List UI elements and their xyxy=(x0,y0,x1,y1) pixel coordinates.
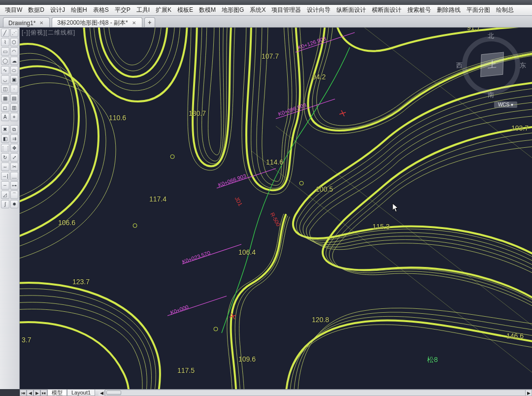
menu-drawgen[interactable]: 绘制总 xyxy=(493,5,517,15)
construction-line-tool[interactable]: ⋰ xyxy=(10,29,19,37)
next-tab-button[interactable]: ▶ xyxy=(33,390,40,396)
new-tab-button[interactable]: + xyxy=(144,17,155,27)
svg-point-9 xyxy=(214,327,218,331)
scroll-right-button[interactable]: ▶ xyxy=(525,390,532,396)
doc-tab-drawing1[interactable]: Drawing1* ✕ xyxy=(3,17,50,27)
ellipse-tool[interactable]: ⬭ xyxy=(10,66,19,74)
close-icon[interactable]: ✕ xyxy=(38,20,44,26)
menu-cross[interactable]: 横断面设计 xyxy=(369,5,404,15)
point-tool[interactable]: · xyxy=(10,85,19,93)
svg-point-10 xyxy=(133,224,137,228)
join-tool[interactable]: ⊶ xyxy=(10,181,19,190)
menu-projmgr[interactable]: 项目管理器 xyxy=(268,5,304,15)
menu-delroute[interactable]: 删除路线 xyxy=(434,5,464,15)
view-cube[interactable]: 上 北 南 东 西 xyxy=(459,33,523,98)
svg-line-3 xyxy=(182,244,241,264)
menu-project[interactable]: 项目W xyxy=(2,5,25,15)
menu-template[interactable]: 模板E xyxy=(174,5,196,15)
menu-intersection[interactable]: 平交P xyxy=(112,5,133,15)
document-tabs: Drawing1* ✕ 3标2000地形图-纯8 - 副本* ✕ + xyxy=(0,16,532,28)
rotate-tool[interactable]: ↻ xyxy=(1,153,9,162)
hatch-tool[interactable]: ▦ xyxy=(1,94,9,102)
layout-tab-bar: ⏮ ◀ ▶ ⏭ 模型 Layout1 ◀ ▶ xyxy=(20,389,532,396)
menu-search[interactable]: 搜索桩号 xyxy=(404,5,434,15)
chamfer-tool[interactable]: ◿ xyxy=(1,191,9,199)
doc-tab-label: 3标2000地形图-纯8 - 副本* xyxy=(57,19,128,27)
extend-tool[interactable]: →| xyxy=(1,172,9,180)
circle-tool[interactable]: ◯ xyxy=(1,57,9,65)
first-tab-button[interactable]: ⏮ xyxy=(20,390,27,396)
scroll-thumb[interactable] xyxy=(106,391,121,395)
close-icon[interactable]: ✕ xyxy=(131,20,137,26)
break-tool[interactable]: ╌ xyxy=(1,181,9,190)
menu-draw[interactable]: 绘图H xyxy=(68,5,90,15)
explode-tool[interactable]: ✸ xyxy=(10,200,19,208)
drawing-canvas[interactable]: [-][俯视][二维线框] .cmaj{fill:none;stroke:#d2… xyxy=(20,28,532,389)
erase-tool[interactable]: ✖ xyxy=(1,125,9,133)
rectangle-tool[interactable]: ▭ xyxy=(1,47,9,56)
fillet-tool[interactable]: ⌒ xyxy=(10,191,19,199)
viewcube-top-face[interactable]: 上 xyxy=(480,52,504,77)
compass-west: 西 xyxy=(456,61,463,70)
title-bar xyxy=(0,0,532,5)
arc-tool[interactable]: ◠ xyxy=(10,47,19,56)
gradient-tool[interactable]: ▤ xyxy=(10,94,19,102)
menu-plan[interactable]: 平面分图 xyxy=(464,5,493,15)
menu-tools[interactable]: 工具I xyxy=(133,5,153,15)
ellipse-arc-tool[interactable]: ◡ xyxy=(1,75,9,84)
array-tool[interactable]: ⋮⋮ xyxy=(1,144,9,152)
contour-lines: .cmaj{fill:none;stroke:#d2e84a;stroke-wi… xyxy=(20,28,532,389)
menu-bar: 项目W 数据D 设计J 绘图H 表格S 平交P 工具I 扩展K 模板E 数模M … xyxy=(0,5,532,16)
menu-profile[interactable]: 纵断面设计 xyxy=(333,5,369,15)
doc-tab-label: Drawing1* xyxy=(8,20,35,27)
menu-tables[interactable]: 表格S xyxy=(90,5,112,15)
region-tool[interactable]: ◻ xyxy=(1,103,9,112)
menu-data[interactable]: 数据D xyxy=(25,5,47,15)
break-at-point-tool[interactable]: ⸏ xyxy=(10,172,19,180)
scroll-left-button[interactable]: ◀ xyxy=(99,390,105,396)
svg-point-11 xyxy=(170,155,174,159)
menu-design[interactable]: 设计J xyxy=(47,5,68,15)
blend-tool[interactable]: ∫ xyxy=(1,200,9,208)
menu-extend[interactable]: 扩展K xyxy=(153,5,174,15)
last-tab-button[interactable]: ⏭ xyxy=(40,390,47,396)
menu-wizard[interactable]: 设计向导 xyxy=(304,5,333,15)
make-block-tool[interactable]: ◫ xyxy=(1,85,9,93)
move-tool[interactable]: ✥ xyxy=(10,144,18,152)
copy-tool[interactable]: ⧉ xyxy=(10,125,19,133)
horizontal-scrollbar[interactable]: ◀ ▶ xyxy=(105,390,532,396)
layout1-tab[interactable]: Layout1 xyxy=(67,390,95,396)
offset-tool[interactable]: ⇉ xyxy=(10,134,19,143)
model-tab[interactable]: 模型 xyxy=(47,390,67,396)
svg-point-12 xyxy=(299,181,303,185)
insert-block-tool[interactable]: ▣ xyxy=(10,75,19,84)
revision-cloud-tool[interactable]: ☁ xyxy=(10,57,19,65)
trim-tool[interactable]: ✂ xyxy=(10,163,19,171)
polygon-tool[interactable]: ⬡ xyxy=(10,38,19,46)
scale-tool[interactable]: ⤢ xyxy=(10,153,19,162)
polyline-tool[interactable]: ⌇ xyxy=(1,38,9,46)
draw-toolbar: ╱⋰ ⌇⬡ ▭◠ ◯☁ ∿⬭ ◡▣ ◫· ▦▤ ◻▥ A+ ✖⧉ ◧⇉ ⋮⋮✥ … xyxy=(0,28,20,389)
spline-tool[interactable]: ∿ xyxy=(1,66,9,74)
prev-tab-button[interactable]: ◀ xyxy=(27,390,33,396)
compass-east: 东 xyxy=(520,61,526,70)
menu-dtm[interactable]: 数模M xyxy=(196,5,219,15)
wcs-badge[interactable]: WCS ▾ xyxy=(494,101,517,108)
line-tool[interactable]: ╱ xyxy=(1,29,9,37)
compass-south: 南 xyxy=(488,91,494,99)
mirror-tool[interactable]: ◧ xyxy=(1,134,9,143)
menu-system[interactable]: 系统X xyxy=(247,5,268,15)
mtext-tool[interactable]: A xyxy=(1,113,9,121)
table-tool[interactable]: ▥ xyxy=(10,103,19,112)
svg-line-4 xyxy=(167,296,227,316)
stretch-tool[interactable]: ↔ xyxy=(1,163,9,171)
compass-north: 北 xyxy=(488,32,494,40)
add-selected-tool[interactable]: + xyxy=(10,113,19,121)
doc-tab-terrain[interactable]: 3标2000地形图-纯8 - 副本* ✕ xyxy=(52,17,142,27)
menu-terrain[interactable]: 地形图G xyxy=(219,5,247,15)
layout-tab-nav: ⏮ ◀ ▶ ⏭ xyxy=(20,390,47,396)
